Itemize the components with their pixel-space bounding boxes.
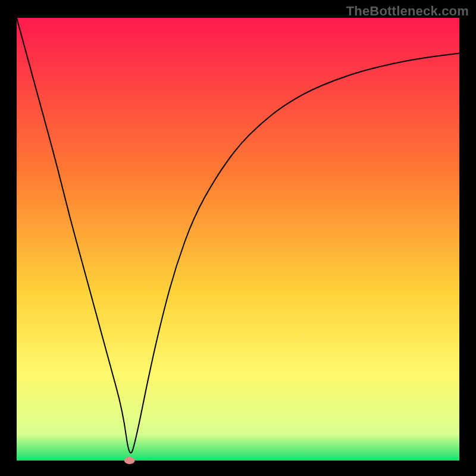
min-marker (124, 457, 135, 464)
plot-background (17, 18, 459, 461)
chart-frame: TheBottleneck.com (0, 0, 476, 476)
bottleneck-chart (0, 0, 476, 476)
